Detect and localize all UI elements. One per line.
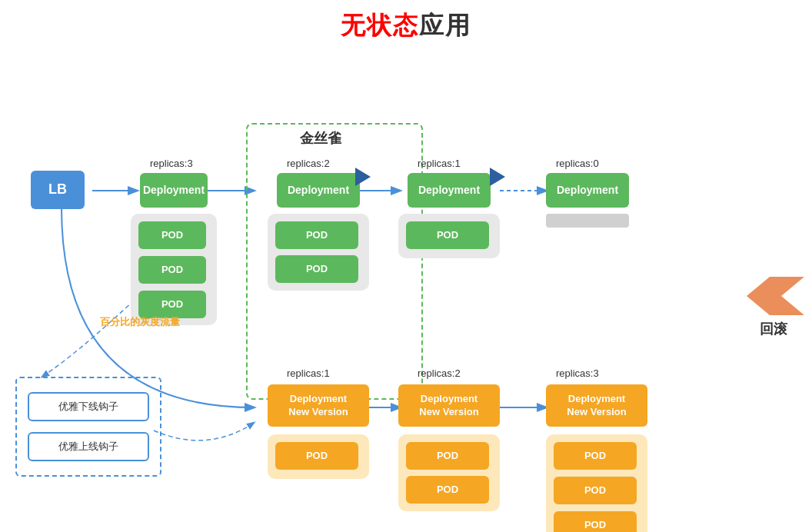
pod-group-new-col3: POD POD <box>398 434 500 511</box>
replicas-new-col3: replicas:2 <box>418 367 461 379</box>
play-btn-col2[interactable] <box>355 168 371 186</box>
pod-old-col1-1: POD <box>138 221 206 249</box>
deployment-old-col3: Deployment <box>408 173 491 208</box>
pod-new-col2-1: POD <box>275 442 358 470</box>
diagram-container: 金丝雀 LB replicas:3 Deployment POD POD POD… <box>0 46 812 532</box>
svg-marker-6 <box>747 277 804 315</box>
deployment-new-col4: DeploymentNew Version <box>546 384 647 427</box>
pod-old-col1-3: POD <box>138 291 206 318</box>
play-btn-col3[interactable] <box>490 168 505 186</box>
title-part2: 应用 <box>419 12 471 39</box>
rollback-label: 回滚 <box>760 320 787 338</box>
pod-new-col4-3: POD <box>554 511 637 532</box>
hook-box-1: 优雅下线钩子 <box>28 392 149 421</box>
deployment-new-col2: DeploymentNew Version <box>268 384 369 427</box>
replicas-new-col4: replicas:3 <box>556 367 599 379</box>
replicas-old-col3: replicas:1 <box>418 158 461 169</box>
pod-placeholder-old-col4 <box>546 214 629 228</box>
deployment-old-col1: Deployment <box>140 173 208 208</box>
pod-old-col2-1: POD <box>275 221 358 249</box>
rollback-arrow: 回滚 <box>739 269 808 338</box>
page-title: 无状态应用 <box>0 0 812 43</box>
replicas-old-col4: replicas:0 <box>556 158 599 169</box>
hook-dashed-box: 优雅下线钩子 优雅上线钩子 <box>15 377 161 477</box>
pod-group-old-col1: POD POD POD <box>131 214 217 325</box>
rollback-arrow-svg <box>739 269 808 323</box>
pod-group-old-col2: POD POD <box>268 214 369 291</box>
replicas-old-col1: replicas:3 <box>150 158 193 169</box>
pod-new-col4-2: POD <box>554 477 637 504</box>
pod-old-col3-1: POD <box>406 221 489 249</box>
deployment-old-col2: Deployment <box>277 173 360 208</box>
pod-old-col1-2: POD <box>138 256 206 284</box>
gray-flow-label: 百分比的灰度流量 <box>100 315 180 329</box>
deployment-new-col3: DeploymentNew Version <box>398 384 500 427</box>
pod-group-new-col4: POD POD POD <box>546 434 647 532</box>
replicas-old-col2: replicas:2 <box>287 158 330 169</box>
pod-new-col3-1: POD <box>406 442 489 470</box>
replicas-new-col2: replicas:1 <box>287 367 330 379</box>
title-part1: 无状态 <box>341 12 419 39</box>
hook-box-2: 优雅上线钩子 <box>28 432 149 461</box>
pod-new-col3-2: POD <box>406 476 489 504</box>
deployment-old-col4: Deployment <box>546 173 629 208</box>
pod-old-col2-2: POD <box>275 255 358 283</box>
jinsi-label: 金丝雀 <box>300 129 341 148</box>
lb-box: LB <box>31 171 85 209</box>
pod-group-new-col2: POD <box>268 434 369 479</box>
pod-group-old-col3: POD <box>398 214 500 258</box>
pod-new-col4-1: POD <box>554 442 637 470</box>
